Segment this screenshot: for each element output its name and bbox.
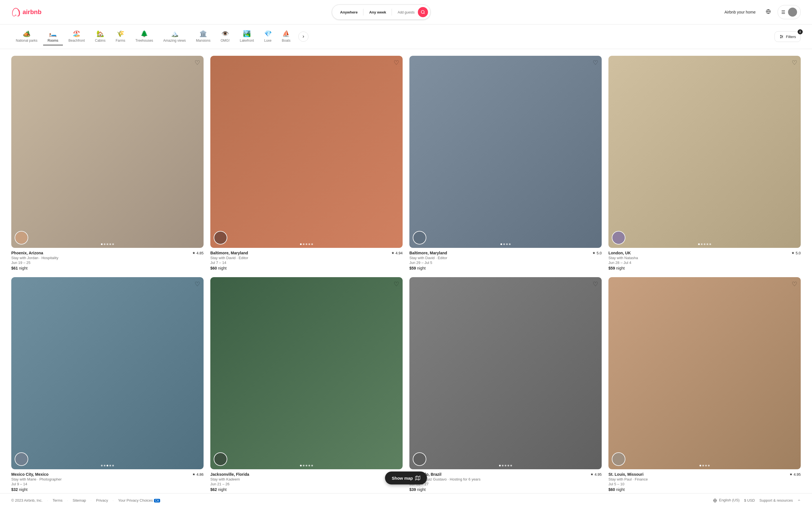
svg-marker-11 — [415, 476, 420, 480]
treehouses-icon: 🌲 — [140, 30, 148, 38]
listing-image-mexico: ♡ — [11, 277, 204, 469]
footer-privacy-link[interactable]: Privacy — [96, 498, 108, 503]
search-bar: Anywhere Any week Add guests — [332, 4, 430, 20]
category-mansions[interactable]: 🏛️ Mansions — [192, 28, 215, 45]
listing-location-baltimore-1: Baltimore, Maryland — [210, 251, 248, 255]
listing-rating-sao-paulo: ★4.95 — [591, 472, 602, 476]
listing-card-st-louis[interactable]: ♡ St. Louis, Missouri ★4.95 Stay with Pa… — [608, 277, 801, 492]
svg-point-4 — [792, 10, 794, 12]
footer-sep-2: · — [67, 498, 68, 503]
language-button[interactable] — [763, 7, 773, 18]
footer-privacy-choices-link[interactable]: Your Privacy Choices CA — [118, 498, 160, 503]
footer-terms-link[interactable]: Terms — [52, 498, 62, 503]
category-luxe[interactable]: 💎 Luxe — [260, 28, 276, 45]
wishlist-button-st-louis[interactable]: ♡ — [792, 281, 797, 288]
category-farms[interactable]: 🌾 Farms — [111, 28, 130, 45]
footer-sep-3: · — [91, 498, 92, 503]
listing-image-st-louis: ♡ — [608, 277, 801, 469]
footer-language-label: English (US) — [719, 498, 740, 502]
search-divider-1 — [363, 9, 363, 15]
carousel-dots-baltimore-1 — [300, 243, 313, 245]
listing-rating-phoenix: ★4.85 — [192, 251, 204, 255]
category-rooms[interactable]: 🛏️ Rooms — [43, 28, 63, 45]
host-avatar-jacksonville — [214, 452, 227, 466]
listing-top-phoenix: Phoenix, Arizona ★4.85 — [11, 251, 204, 255]
category-omg[interactable]: 👁️ OMG! — [216, 28, 234, 45]
boats-label: Boats — [282, 39, 291, 43]
listing-top-mexico: Mexico City, Mexico ★4.86 — [11, 472, 204, 476]
national-parks-icon: 🏕️ — [23, 30, 31, 38]
footer-sitemap-link[interactable]: Sitemap — [72, 498, 86, 503]
host-avatar-st-louis — [612, 452, 625, 466]
listing-host-london: Stay with Natasha — [608, 256, 801, 260]
listing-host-mexico: Stay with Marie · Photographer — [11, 477, 204, 482]
listing-host-baltimore-1: Stay with David · Editor — [210, 256, 403, 260]
search-guests-placeholder: Add guests — [398, 10, 414, 14]
listing-price-baltimore-2: $59 night — [409, 266, 602, 270]
omg-icon: 👁️ — [221, 30, 229, 38]
listing-price-baltimore-1: $60 night — [210, 266, 403, 270]
star-icon-mexico: ★ — [192, 472, 195, 476]
wishlist-button-jacksonville[interactable]: ♡ — [394, 281, 399, 288]
listing-image-jacksonville: ♡ — [210, 277, 403, 469]
logo[interactable]: airbnb — [11, 8, 42, 17]
hamburger-icon: ☰ — [781, 10, 785, 15]
luxe-label: Luxe — [264, 39, 271, 43]
beachfront-icon: 🏖️ — [73, 30, 80, 38]
listing-card-mexico[interactable]: ♡ Mexico City, Mexico ★4.86 Stay with Ma… — [11, 277, 204, 492]
avatar — [788, 8, 797, 17]
show-map-button[interactable]: Show map — [385, 471, 427, 485]
footer-left: © 2023 Airbnb, Inc. · Terms · Sitemap · … — [11, 498, 160, 503]
listing-dates-baltimore-2: Jun 29 – Jul 5 — [409, 261, 602, 265]
category-beachfront[interactable]: 🏖️ Beachfront — [64, 28, 89, 45]
category-nav: 🏕️ National parks 🛏️ Rooms 🏖️ Beachfront… — [0, 24, 812, 49]
airbnb-home-link[interactable]: Airbnb your home — [721, 6, 759, 18]
footer-support-link[interactable]: Support & resources — [759, 498, 793, 503]
category-amazing-views[interactable]: 🏔️ Amazing views — [159, 28, 190, 45]
listings-container: ♡ Phoenix, Arizona ★4.85 Stay with Jorda… — [0, 49, 812, 507]
listing-dates-jacksonville: Jun 21 – 26 — [210, 482, 403, 486]
listing-card-sao-paulo[interactable]: ♡ São Paulo, Brazil ★4.95 Stay with Luiz… — [409, 277, 602, 492]
search-icon — [421, 10, 425, 14]
search-week[interactable]: Any week — [366, 10, 389, 14]
search-guests[interactable]: Add guests — [394, 10, 418, 14]
chevron-right-icon — [301, 35, 305, 39]
filters-label: Filters — [786, 35, 796, 39]
listing-card-jacksonville[interactable]: ♡ Jacksonville, Florida ★5.0 Stay with K… — [210, 277, 403, 492]
footer-language[interactable]: English (US) — [713, 498, 740, 503]
wishlist-button-london[interactable]: ♡ — [792, 59, 797, 66]
globe-icon — [766, 9, 771, 14]
host-avatar-phoenix — [15, 231, 28, 244]
category-boats[interactable]: ⛵ Boats — [277, 28, 295, 45]
footer: © 2023 Airbnb, Inc. · Terms · Sitemap · … — [0, 493, 812, 507]
cabins-icon: 🏡 — [96, 30, 104, 38]
listing-card-london[interactable]: ♡ London, UK ★5.0 Stay with Natasha Jun … — [608, 56, 801, 270]
listing-location-london: London, UK — [608, 251, 631, 255]
category-scroll-right[interactable] — [298, 32, 308, 42]
carousel-dots-sao-paulo — [499, 465, 512, 466]
category-lakefront[interactable]: 🏞️ Lakefront — [235, 28, 258, 45]
listing-image-london: ♡ — [608, 56, 801, 248]
listing-card-baltimore-1[interactable]: ♡ Baltimore, Maryland ★4.94 Stay with Da… — [210, 56, 403, 270]
category-cabins[interactable]: 🏡 Cabins — [91, 28, 110, 45]
category-national-parks[interactable]: 🏕️ National parks — [11, 28, 42, 45]
search-location[interactable]: Anywhere — [337, 10, 361, 14]
host-avatar-baltimore-1 — [214, 231, 227, 244]
listing-card-phoenix[interactable]: ♡ Phoenix, Arizona ★4.85 Stay with Jorda… — [11, 56, 204, 270]
listing-card-baltimore-2[interactable]: ♡ Baltimore, Maryland ★5.0 Stay with Dav… — [409, 56, 602, 270]
star-icon-sao-paulo: ★ — [591, 472, 594, 476]
footer-currency[interactable]: $ USD — [744, 498, 755, 503]
wishlist-button-sao-paulo[interactable]: ♡ — [593, 281, 598, 288]
wishlist-button-baltimore-1[interactable]: ♡ — [394, 59, 399, 66]
header-right: Airbnb your home ☰ — [721, 5, 801, 19]
category-treehouses[interactable]: 🌲 Treehouses — [131, 28, 158, 45]
wishlist-button-mexico[interactable]: ♡ — [195, 281, 200, 288]
filters-button[interactable]: Filters 8 — [774, 31, 801, 42]
search-button[interactable] — [418, 7, 428, 17]
user-menu[interactable]: ☰ — [777, 5, 801, 19]
listing-top-baltimore-1: Baltimore, Maryland ★4.94 — [210, 251, 403, 255]
listing-host-jacksonville: Stay with Kadeem — [210, 477, 403, 482]
listing-price-london: $59 night — [608, 266, 801, 270]
wishlist-button-phoenix[interactable]: ♡ — [195, 59, 200, 66]
wishlist-button-baltimore-2[interactable]: ♡ — [593, 59, 598, 66]
